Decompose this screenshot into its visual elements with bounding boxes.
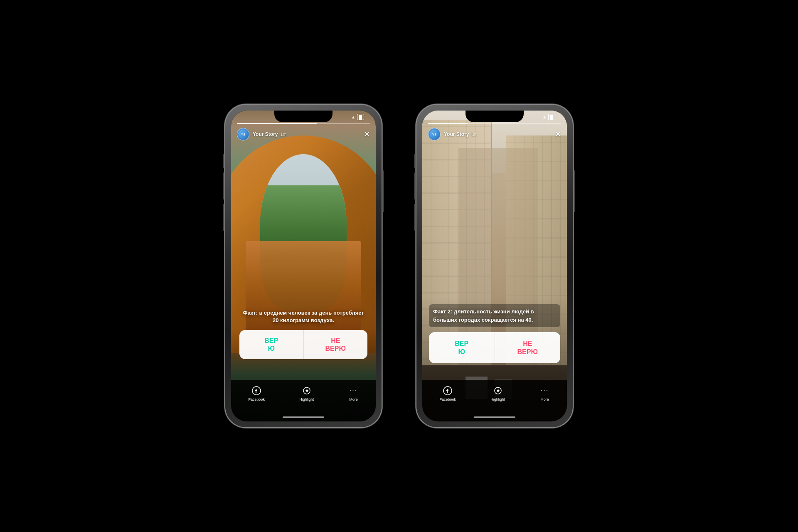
phone-2: ▲ █ YS Your Story 8s ✕	[416, 104, 574, 428]
avatar-initials-2: YS	[432, 133, 437, 136]
story-time-1: 1m	[280, 132, 286, 137]
highlight-icon-2	[493, 386, 503, 396]
status-icons-2: ▲ █	[542, 114, 555, 120]
poll-option-yes-1[interactable]: ВЕРЮ	[239, 330, 304, 359]
power-button-2	[574, 170, 575, 212]
tab-more-label-1: More	[349, 397, 358, 401]
mute-button-2	[414, 154, 416, 168]
story-time-2: 8s	[471, 132, 476, 137]
tab-highlight-1[interactable]: Highlight	[299, 386, 314, 401]
story-text-area-1: Факт: в среднем человек за день потребля…	[239, 309, 367, 359]
status-bar-1: ▲ █	[231, 111, 376, 123]
story-text-area-2: Факт 2: длительность жизни людей в больш…	[429, 304, 560, 363]
poll-yes-label-2: ВЕРЮ	[455, 340, 468, 355]
tab-more-1[interactable]: ··· More	[348, 386, 358, 401]
more-icon-1: ···	[348, 386, 358, 396]
mute-button	[223, 154, 224, 168]
battery-icon-1: █	[357, 114, 364, 120]
tab-more-2[interactable]: ··· More	[539, 386, 549, 401]
more-icon-2: ···	[539, 386, 549, 396]
poll-no-label-1: НЕВЕРЮ	[325, 337, 346, 352]
story-background-2	[422, 111, 567, 421]
volume-down-button	[223, 204, 224, 231]
volume-up-button-2	[414, 172, 416, 200]
phone-1: ▲ █ YS Your Story 1m ✕	[224, 104, 382, 428]
poll-option-no-1[interactable]: НЕВЕРЮ	[304, 330, 368, 359]
tab-facebook-label-1: Facebook	[249, 397, 265, 401]
tab-facebook-label-2: Facebook	[440, 397, 456, 401]
avatar-inner-1: YS	[239, 130, 248, 139]
story-progress-1	[237, 123, 370, 124]
poll-no-label-2: НЕВЕРЮ	[517, 340, 538, 355]
story-user-info-1: Your Story 1m	[253, 131, 360, 137]
tab-facebook-2[interactable]: Facebook	[440, 386, 456, 401]
more-dots-1: ···	[350, 387, 357, 394]
volume-up-button	[223, 172, 224, 200]
story-progress-fill-2	[428, 123, 468, 124]
battery-icon-2: █	[548, 114, 555, 120]
tab-highlight-label-1: Highlight	[299, 397, 314, 401]
status-bar-2: ▲ █	[422, 111, 567, 123]
story-background-1	[231, 111, 376, 421]
story-close-1[interactable]: ✕	[364, 130, 370, 139]
facebook-icon-1	[251, 386, 261, 396]
story-user-info-2: Your Story 8s	[444, 131, 552, 137]
tab-highlight-2[interactable]: Highlight	[490, 386, 505, 401]
wifi-icon-1: ▲	[351, 115, 355, 119]
poll-yes-label-1: ВЕРЮ	[264, 337, 278, 352]
home-indicator-2	[474, 416, 515, 418]
poll-widget-2[interactable]: ВЕРЮ НЕВЕРЮ	[429, 332, 560, 363]
story-avatar-2[interactable]: YS	[428, 128, 441, 140]
story-progress-2	[428, 123, 561, 124]
poll-option-yes-2[interactable]: ВЕРЮ	[429, 332, 495, 363]
story-topbar-2: YS Your Story 8s ✕	[422, 123, 567, 140]
poll-widget-1[interactable]: ВЕРЮ НЕВЕРЮ	[239, 330, 367, 359]
tab-more-label-2: More	[540, 397, 549, 401]
facebook-icon-2	[443, 386, 453, 396]
volume-down-button-2	[414, 204, 416, 231]
story-avatar-1[interactable]: YS	[237, 128, 249, 140]
story-close-2[interactable]: ✕	[555, 130, 561, 139]
more-dots-2: ···	[541, 387, 549, 394]
story-header-1: YS Your Story 1m ✕	[237, 128, 370, 140]
phone-screen-2: ▲ █ YS Your Story 8s ✕	[422, 111, 567, 421]
story-fact-2: Факт 2: длительность жизни людей в больш…	[429, 304, 560, 327]
status-icons-1: ▲ █	[351, 114, 364, 120]
story-fact-1: Факт: в среднем человек за день потребля…	[239, 309, 367, 324]
poll-option-no-2[interactable]: НЕВЕРЮ	[495, 332, 561, 363]
story-username-2: Your Story	[444, 131, 469, 137]
story-username-1: Your Story	[253, 131, 278, 137]
story-progress-fill-1	[237, 123, 317, 124]
story-topbar-1: YS Your Story 1m ✕	[231, 123, 376, 140]
home-indicator-1	[283, 416, 324, 418]
wifi-icon-2: ▲	[542, 115, 547, 119]
story-header-2: YS Your Story 8s ✕	[428, 128, 561, 140]
highlight-icon-1	[302, 386, 312, 396]
phone-screen-1: ▲ █ YS Your Story 1m ✕	[231, 111, 376, 421]
tab-facebook-1[interactable]: Facebook	[249, 386, 265, 401]
avatar-inner-2: YS	[430, 130, 439, 139]
power-button	[382, 170, 384, 212]
tab-highlight-label-2: Highlight	[490, 397, 505, 401]
avatar-initials-1: YS	[241, 133, 246, 136]
story-bottombar-2: Facebook Highlight ··· More	[422, 380, 567, 421]
story-bottombar-1: Facebook Highlight ··· More	[231, 380, 376, 421]
